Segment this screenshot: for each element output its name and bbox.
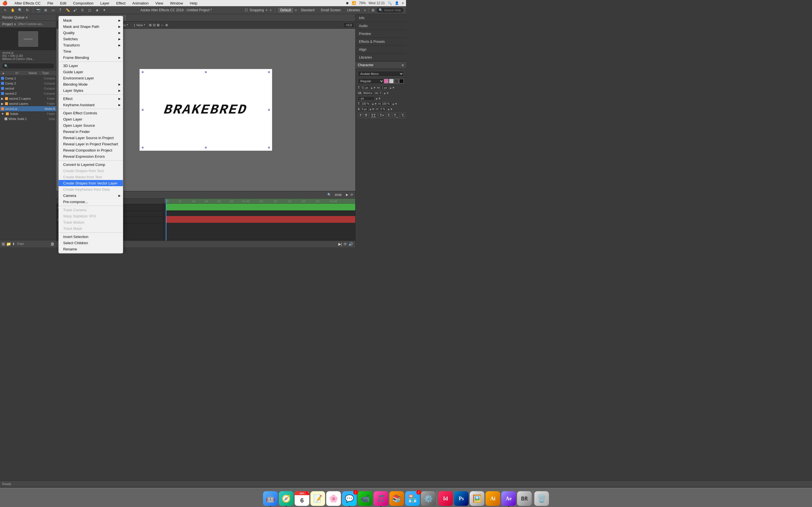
menu-effect[interactable]: Effect [115,1,126,5]
apple-menu[interactable]: 🍎 [2,1,8,6]
ligature-button[interactable]: T_ [393,112,400,118]
timeline-playhead[interactable] [166,199,166,240]
workspace-more[interactable]: » [364,8,366,12]
toolbar-clone[interactable]: ⎘ [79,7,86,13]
cm-rename[interactable]: Rename [59,246,123,252]
cm-environment-layer[interactable]: Environment Layer [59,75,123,81]
toggle-icon5[interactable]: ⊕ [165,23,168,27]
stroke-color-swatch[interactable] [389,79,394,83]
toggle-icon1[interactable]: ⊞ [149,23,152,27]
timeline-bar-2[interactable] [166,216,355,223]
panel-preview[interactable]: Preview [356,30,406,38]
toggle-icon4[interactable]: ↔ [161,23,164,27]
snap-icon2[interactable]: ⊹ [269,8,272,12]
new-folder-icon[interactable]: 📁 [6,242,11,246]
cm-reveal-in-finder[interactable]: Reveal in Finder [59,128,123,135]
import-icon[interactable]: ⬇ [12,242,15,246]
project-menu-icon[interactable]: ≡ [14,22,16,26]
unit-dropdown[interactable]: - px [358,96,375,101]
menu-animation[interactable]: Animation [131,1,150,5]
project-item-solids[interactable]: ▼ Solids Folder [0,111,56,116]
toolbar-hand[interactable]: ✋ [10,7,16,13]
toolbar-text[interactable]: T [57,7,63,13]
vscale-value[interactable]: 100 % [380,102,391,106]
toolbar-pen[interactable]: ✏️ [64,7,71,13]
view-count-dropdown[interactable]: 1 View ▼ [132,23,148,27]
project-item-secind2layers[interactable]: ▶ secind 2 Layers Folder [0,96,56,101]
toolbar-puppet[interactable]: ✦ [101,7,107,13]
underline-button[interactable]: TT [369,112,377,118]
cm-blending-mode[interactable]: Blending Mode ▶ [59,81,123,87]
kerning-value[interactable]: 0 [378,91,383,95]
cm-create-shapes-vector[interactable]: Create Shapes from Vector Layer [59,180,123,186]
tracking-arrows[interactable]: ▲▼ [389,86,395,89]
toolbar-rotate[interactable]: ↻ [24,7,31,13]
panel-libraries[interactable]: Libraries [356,54,406,61]
cm-reveal-composition[interactable]: Reveal Composition in Project [59,147,123,153]
cm-guide-layer[interactable]: Guide Layer [59,69,123,75]
timeline-bar-1[interactable] [166,204,355,210]
project-item-comp2[interactable]: Comp 2 Composi [0,81,56,86]
hscale-arrows[interactable]: ▲▼ [371,102,377,105]
cm-mask-shape[interactable]: Mask and Shape Path ▶ [59,23,123,30]
toolbar-select[interactable]: ↖ [2,7,8,13]
bold-button[interactable]: T [363,112,368,118]
toolbar-grid[interactable]: ⊞ [43,7,49,13]
project-item-comp1[interactable]: Comp 1 Composi [0,76,56,81]
cm-invert-selection[interactable]: Invert Selection [59,233,123,240]
cm-open-effect-controls[interactable]: Open Effect Controls [59,110,123,116]
tracking-value[interactable]: 1 px [380,86,389,90]
workspace-standard[interactable]: Standard [299,8,317,13]
toggle-icon3[interactable]: ⊠ [157,23,160,27]
cm-reveal-layer-flowchart[interactable]: Reveal Layer in Project Flowchart [59,141,123,147]
font-style-dropdown[interactable]: Regular [358,78,384,84]
workspace-icon[interactable]: ⊞ [371,8,374,12]
panel-info[interactable]: Info [356,14,406,22]
unit-arrows[interactable]: ▲▼ [375,97,381,100]
project-item-secind2[interactable]: secind 2 Composi [0,91,56,96]
cm-transform[interactable]: Transform ▶ [59,42,123,48]
cm-reveal-layer-source[interactable]: Reveal Layer Source in Project [59,135,123,141]
toolbar-paint[interactable]: 🖌 [72,7,78,13]
baseline-value[interactable]: 0 px [360,107,368,111]
toolbar-roto[interactable]: ◈ [94,7,100,13]
toolbar-zoom[interactable]: 🔍 [17,7,23,13]
tl-foot-icon5[interactable]: ⟳ [344,242,347,246]
cm-effect[interactable]: Effect ▶ [59,96,123,102]
font-family-dropdown[interactable]: Andale Mono [358,71,404,76]
kerning-arrows[interactable]: ▲▼ [383,92,389,95]
toolbar-eraser[interactable]: ◻ [87,7,93,13]
cm-frame-blending[interactable]: Frame Blending ▶ [59,54,123,61]
cm-keyframe-assistant[interactable]: Keyframe Assistant ▶ [59,102,123,108]
allcaps-button[interactable]: T. [400,112,406,118]
project-search[interactable]: 🔍 [2,63,54,69]
search-icon[interactable]: 🔍 [388,1,392,5]
tl-foot-icon4[interactable]: ▶| [338,242,342,246]
project-item-whitesolid[interactable]: White Solid 1 Solid [0,116,56,121]
font-size-value[interactable]: 51 px [360,86,370,90]
workspace-libraries[interactable]: Libraries [345,8,362,13]
cm-convert-layered-comp[interactable]: Convert to Layered Comp [59,161,123,168]
search-icon[interactable]: 🔍 [327,193,331,196]
menu-edit[interactable]: Edit [59,1,67,5]
character-menu-icon[interactable]: ≡ [402,63,404,67]
baseline-arrows[interactable]: ▲▼ [369,108,375,111]
project-item-secindlayers[interactable]: ▶ secind Layers Folder [0,101,56,106]
tl-foot-icon6[interactable]: 🔊 [349,242,353,246]
panel-effects-presets[interactable]: Effects & Presets [356,38,406,46]
search-help-input[interactable]: Search Help [384,8,401,12]
menu-help[interactable]: Help [189,1,199,5]
cm-mask[interactable]: Mask ▶ [59,17,123,23]
workspace-default[interactable]: Default [278,8,293,13]
metrics-value[interactable]: Metrics [362,91,374,95]
cm-open-layer[interactable]: Open Layer [59,116,123,122]
cm-time[interactable]: Time [59,48,123,54]
menu-layer[interactable]: Layer [99,1,111,5]
cm-quality[interactable]: Quality ▶ [59,30,123,36]
toolbar-rect[interactable]: ▭ [50,7,56,13]
project-item-secind[interactable]: secind Composi [0,86,56,91]
render-queue-menu-icon[interactable]: ≡ [26,15,28,19]
workspace-smallscreen[interactable]: Small Screen [318,8,343,13]
subscript-button[interactable]: T+ [378,112,386,118]
hscale-value[interactable]: 100 % [360,102,371,106]
